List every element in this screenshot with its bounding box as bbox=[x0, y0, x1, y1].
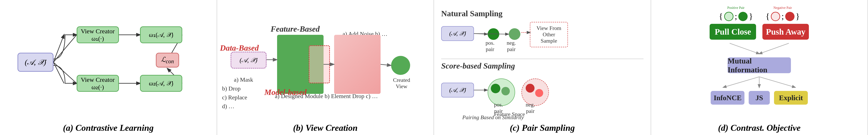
neg-label: neg.pair bbox=[507, 40, 516, 53]
svg-line-18 bbox=[759, 77, 795, 87]
vc-input-label: (𝒜, 𝒳) bbox=[240, 57, 257, 64]
diagram-a: (𝒜, 𝒳) View Creator ω₁(·) View Creator ω… bbox=[18, 18, 199, 106]
pull-close-btn[interactable]: Pull Close bbox=[710, 24, 756, 40]
positive-pair-label: Positive Pair bbox=[727, 6, 744, 10]
curly-open2: { bbox=[766, 11, 770, 21]
panel-c-title: (c) Pair Sampling bbox=[510, 121, 575, 133]
curly-close: } bbox=[749, 11, 753, 21]
panel-b-title: (b) View Creation bbox=[293, 121, 358, 133]
semicolon2: ; bbox=[781, 11, 784, 21]
vc-top-node: View Creator ω₁(·) bbox=[77, 26, 119, 43]
negative-pair-symbols: { ; } bbox=[766, 11, 800, 21]
ss-input: (𝒜, 𝒳) bbox=[441, 83, 474, 97]
pairing-label: Pairing Based on Similarity bbox=[462, 114, 524, 121]
svg-line-0 bbox=[54, 35, 64, 62]
panel-c: Natural Sampling (𝒜, 𝒳) pos.pair neg.pai… bbox=[434, 0, 651, 135]
curly-open: { bbox=[719, 11, 723, 21]
data-text: a) Mask b) Drop c) Replace d) … bbox=[222, 66, 253, 120]
vc-input-box: (𝒜, 𝒳) bbox=[230, 52, 267, 69]
neg-circle-filled bbox=[785, 12, 795, 21]
created-view-label: Created View bbox=[389, 77, 414, 90]
model-text: a) Designed Module b) Element Drop c) … bbox=[275, 93, 378, 100]
pos-circle-filled bbox=[738, 12, 748, 21]
svg-line-1 bbox=[54, 62, 64, 83]
d-diagram: Positive Pair { ; } Negative Pair { ; } bbox=[707, 6, 812, 105]
negative-pair-section: Negative Pair { ; } bbox=[766, 6, 800, 21]
small-red-border bbox=[309, 45, 330, 83]
loss-label: ℒcon bbox=[161, 56, 174, 65]
out-bot-node: ω₂(𝒜, 𝒳) bbox=[140, 75, 182, 92]
diagram-a-content: (𝒜, 𝒳) View Creator ω₁(·) View Creator ω… bbox=[5, 4, 212, 121]
svg-line-16 bbox=[723, 77, 759, 87]
view-creation-layout: (𝒜, 𝒳) Feature-Based a) Add Noise b) … D… bbox=[222, 18, 429, 106]
score-title: Score-based Sampling bbox=[441, 61, 644, 70]
gradient-rect bbox=[334, 35, 380, 94]
loss-node: ℒcon bbox=[156, 53, 179, 67]
semicolon1: ; bbox=[735, 11, 737, 21]
positive-pair-section: Positive Pair { ; } bbox=[719, 6, 753, 21]
pos-dot2 bbox=[501, 87, 510, 95]
divider bbox=[441, 59, 644, 59]
explicit-btn[interactable]: Explicit bbox=[774, 91, 808, 105]
svg-line-14 bbox=[730, 43, 759, 54]
neg-circle-outline bbox=[771, 12, 780, 21]
svg-line-11 bbox=[474, 34, 487, 34]
pos-circle bbox=[488, 28, 499, 40]
data-based-label: Data-Based bbox=[220, 43, 262, 53]
natural-title: Natural Sampling bbox=[441, 9, 644, 18]
panel-b: (𝒜, 𝒳) Feature-Based a) Add Noise b) … D… bbox=[217, 0, 434, 135]
panel-d-title: (d) Contrast. Objective bbox=[718, 121, 801, 133]
out-top-label: ω₁(𝒜, 𝒳) bbox=[149, 31, 174, 39]
neg-circle bbox=[509, 28, 520, 40]
negative-pair-label: Negative Pair bbox=[773, 6, 792, 10]
push-away-btn[interactable]: Push Away bbox=[763, 24, 809, 40]
svg-line-15 bbox=[759, 43, 789, 54]
svg-line-6 bbox=[54, 35, 77, 62]
vc-top-line1: View Creator bbox=[81, 28, 115, 35]
panel-a: (𝒜, 𝒳) View Creator ω₁(·) View Creator ω… bbox=[0, 0, 217, 135]
infonce-btn[interactable]: InfoNCE bbox=[711, 91, 744, 105]
bottom-row: InfoNCE JS Explicit bbox=[711, 91, 808, 105]
natural-sampling: Natural Sampling (𝒜, 𝒳) pos.pair neg.pai… bbox=[441, 6, 644, 57]
connector-to-bottom bbox=[707, 76, 812, 89]
vc-top-line2: ω₁(·) bbox=[91, 35, 104, 42]
vc-bot-line1: View Creator bbox=[81, 76, 115, 83]
neg-dot2 bbox=[535, 89, 543, 97]
vc-bot-line2: ω₂(·) bbox=[91, 83, 104, 91]
input-label: (𝒜, 𝒳) bbox=[25, 58, 46, 67]
pos-circle-outline bbox=[724, 12, 734, 21]
panel-d: Positive Pair { ; } Negative Pair { ; } bbox=[651, 0, 868, 135]
vc-bot-node: View Creator ω₂(·) bbox=[77, 75, 119, 92]
curly-close2: } bbox=[796, 11, 800, 21]
mutual-information-btn[interactable]: Mutual Information bbox=[727, 57, 791, 73]
pos-dot1 bbox=[491, 84, 500, 93]
buttons-row: Pull Close Push Away bbox=[710, 24, 809, 40]
neg-pair-label: neg.pair bbox=[526, 102, 535, 114]
out-top-node: ω₁(𝒜, 𝒳) bbox=[140, 26, 182, 43]
output-circle bbox=[391, 56, 410, 75]
neg-dot1 bbox=[526, 84, 534, 93]
svg-line-10 bbox=[380, 64, 391, 65]
natural-sampling-diagram: (𝒜, 𝒳) pos.pair neg.pair View FromOtherS… bbox=[441, 20, 644, 54]
panel-a-title: (a) Contrastive Learning bbox=[63, 121, 154, 133]
pos-label: pos.pair bbox=[486, 40, 495, 53]
ns-input: (𝒜, 𝒳) bbox=[441, 26, 474, 41]
connector-to-mi bbox=[707, 42, 812, 55]
diagram-c: Natural Sampling (𝒜, 𝒳) pos.pair neg.pai… bbox=[439, 4, 646, 121]
view-other-box: View FromOtherSample bbox=[530, 22, 568, 47]
score-sampling: Score-based Sampling (𝒜, 𝒳) pos.pair neg… bbox=[441, 61, 644, 119]
js-btn[interactable]: JS bbox=[749, 91, 770, 105]
out-bot-label: ω₂(𝒜, 𝒳) bbox=[149, 79, 174, 87]
pairs-header: Positive Pair { ; } Negative Pair { ; } bbox=[719, 6, 800, 21]
svg-line-7 bbox=[54, 62, 77, 83]
input-node: (𝒜, 𝒳) bbox=[18, 53, 54, 72]
diagram-b: (𝒜, 𝒳) Feature-Based a) Add Noise b) … D… bbox=[222, 4, 429, 121]
feature-based-label: Feature-Based bbox=[271, 24, 320, 34]
positive-pair-symbols: { ; } bbox=[719, 11, 753, 21]
score-sampling-diagram: (𝒜, 𝒳) pos.pair neg.pair Feature Space P… bbox=[441, 72, 644, 119]
